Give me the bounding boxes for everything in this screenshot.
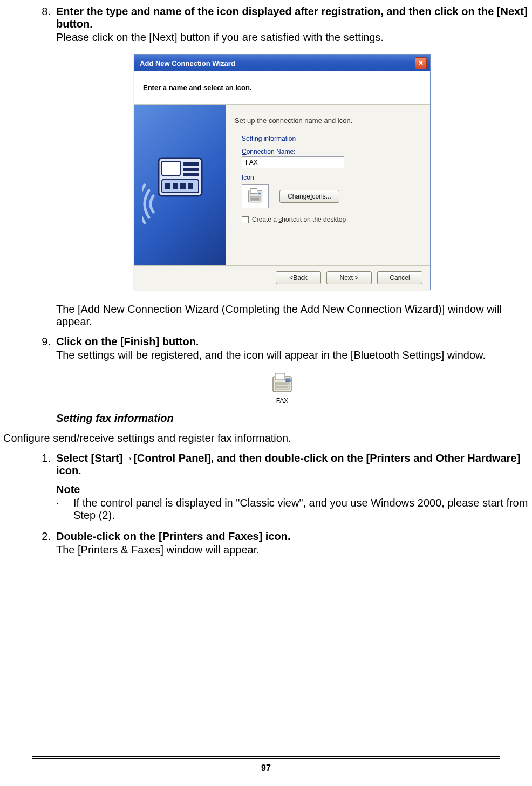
fax-icon-label: FAX (276, 397, 289, 405)
svg-rect-7 (173, 183, 178, 189)
close-icon: ✕ (418, 59, 424, 67)
svg-rect-11 (250, 189, 257, 194)
svg-rect-19 (286, 379, 290, 382)
fax-icon (245, 187, 265, 206)
fax-icon-figure: FAX (266, 371, 298, 405)
connection-name-label: Connection Name: (242, 148, 414, 155)
dialog-title: Add New Connection Wizard (140, 59, 235, 67)
svg-rect-6 (165, 183, 170, 189)
step-number-1: 1. (36, 452, 51, 464)
svg-rect-4 (183, 173, 199, 176)
svg-rect-9 (188, 183, 193, 189)
note-label: Note (56, 483, 529, 496)
svg-rect-1 (162, 161, 180, 175)
step-2-body: The [Printers & Faxes] window will appea… (56, 544, 529, 556)
setting-information-group: Setting information Connection Name: Ico… (235, 140, 421, 230)
wizard-dialog: Add New Connection Wizard ✕ Enter a name… (134, 54, 431, 290)
dialog-titlebar: Add New Connection Wizard ✕ (134, 55, 430, 71)
step-8-body: Please click on the [Next] button if you… (56, 31, 529, 44)
step-9-body: The settings will be registered, and the… (56, 349, 529, 361)
step-9-title: Click on the [Finish] button. (56, 336, 529, 348)
icon-preview (242, 184, 269, 208)
section-title-fax-info: Setting fax information (56, 412, 529, 425)
icon-label: Icon (242, 174, 414, 181)
step-number-9: 9. (36, 336, 51, 348)
page-footer: 97 (0, 756, 532, 773)
change-icons-button[interactable]: Change Icons... (279, 190, 339, 203)
svg-rect-18 (275, 373, 285, 380)
step-number-8: 8. (36, 5, 51, 18)
next-button[interactable]: Next > (326, 271, 372, 284)
fieldset-legend: Setting information (240, 135, 298, 142)
step-2-title: Double-click on the [Printers and Faxes]… (56, 530, 529, 543)
cancel-button[interactable]: Cancel (377, 271, 422, 284)
fax-result-icon (270, 371, 295, 396)
svg-rect-8 (180, 183, 186, 189)
step-number-2: 2. (36, 530, 51, 543)
banner-text: Enter a name and select an icon. (143, 84, 252, 92)
svg-rect-3 (183, 168, 199, 171)
connection-name-input[interactable] (242, 156, 344, 168)
intro-paragraph: Configure send/receive settings and regi… (0, 432, 532, 445)
shortcut-checkbox[interactable] (242, 216, 249, 223)
step-8-title: Enter the type and name of the icon disp… (56, 5, 529, 30)
shortcut-label: Create a shortcut on the desktop (252, 216, 346, 223)
dialog-instruction: Set up the connection name and icon. (235, 117, 421, 125)
step-8-followup: The [Add New Connection Wizard (Completi… (56, 303, 529, 328)
step-1-title: Select [Start]→[Control Panel], and then… (56, 452, 529, 477)
fax-wireless-icon (142, 142, 218, 228)
note-body: ·If the control panel is displayed in "C… (65, 497, 529, 522)
dialog-side-graphic (134, 105, 226, 265)
back-button[interactable]: < Back (276, 271, 321, 284)
svg-rect-12 (258, 193, 261, 195)
page-number: 97 (0, 763, 532, 773)
close-button[interactable]: ✕ (415, 57, 427, 69)
dialog-banner: Enter a name and select an icon. (134, 71, 430, 105)
svg-rect-2 (183, 162, 199, 166)
